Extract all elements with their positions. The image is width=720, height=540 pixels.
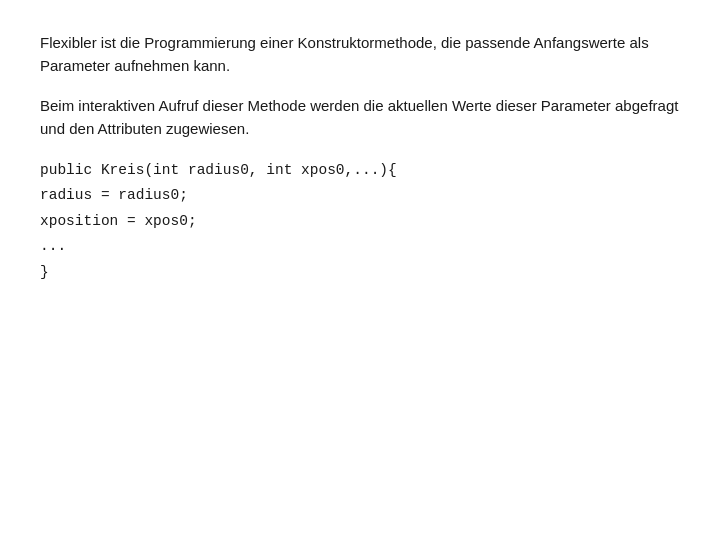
paragraph-1: Flexibler ist die Programmierung einer K… [40, 32, 680, 77]
code-block: public Kreis(int radius0, int xpos0,...)… [40, 158, 680, 285]
code-line-5: xposition = xpos0; [40, 209, 680, 234]
code-line-7: ... [40, 234, 680, 259]
code-line-3: radius = radius0; [40, 183, 680, 208]
code-line-9: } [40, 260, 680, 285]
code-line-1: public Kreis(int radius0, int xpos0,...)… [40, 158, 680, 183]
main-content: Flexibler ist die Programmierung einer K… [40, 32, 680, 285]
paragraph-2: Beim interaktiven Aufruf dieser Methode … [40, 95, 680, 140]
